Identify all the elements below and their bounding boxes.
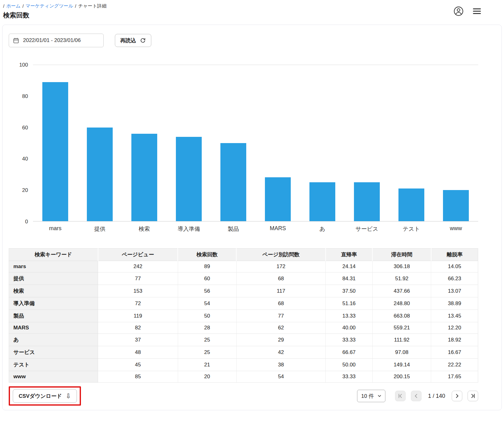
breadcrumb-item[interactable]: ホーム [6,3,21,9]
bar-slot [211,65,256,221]
column-header: 滞在時間 [372,249,431,261]
top-bar-left: /ホーム/マーケティングツール/チャート詳細 検索回数 [3,3,106,20]
value-cell: 40.00 [326,322,373,334]
value-cell: 13.33 [326,310,373,322]
table-row: 導入準備72546851.16248.8038.89 [9,297,478,310]
value-cell: 172 [236,261,325,272]
x-axis-label: mars [33,225,78,233]
value-cell: 60 [178,272,236,285]
value-cell: 437.66 [372,285,431,297]
x-axis-label: 提供 [78,225,122,233]
previous-page-button[interactable] [411,391,422,401]
bar-slot [33,65,78,221]
y-axis-tick-label: 0 [25,219,28,224]
x-axis-label: あ [300,225,345,233]
value-cell: 242 [98,261,178,272]
value-cell: 50 [178,310,236,322]
value-cell: 37 [98,334,178,346]
value-cell: 200.15 [372,371,431,383]
x-axis-label: MARS [256,225,300,233]
value-cell: 38 [236,359,325,371]
y-axis-tick-label: 60 [22,125,28,130]
value-cell: 16.67 [431,346,478,359]
value-cell: 68 [236,297,325,310]
bar-サービス[interactable] [354,182,380,221]
bar-slot [389,65,434,221]
chevron-right-icon [454,393,460,399]
page-title: 検索回数 [3,11,106,20]
reload-icon [140,37,146,44]
table-body: mars2428917224.14306.1814.05提供77606884.3… [9,261,478,383]
top-bar: /ホーム/マーケティングツール/チャート詳細 検索回数 [0,0,504,22]
value-cell: 559.21 [372,322,431,334]
value-cell: 12.20 [431,322,478,334]
csv-download-button[interactable]: CSVダウンロード ⇩ [13,389,77,403]
value-cell: 85 [98,371,178,383]
chart-y-axis: 020406080100 [9,65,33,221]
value-cell: 17.65 [431,371,478,383]
keyword-cell: 導入準備 [9,297,98,310]
bar-製品[interactable] [220,143,246,221]
chart-plot-area [33,65,478,221]
bar-slot [167,65,211,221]
value-cell: 54 [236,371,325,383]
bar-mars[interactable] [42,82,68,221]
value-cell: 48 [98,346,178,359]
annotation-highlight-box: CSVダウンロード ⇩ [9,386,81,406]
main-card: 2022/01/01 - 2023/01/06 再読込 020406080100… [2,25,502,410]
page-size-value: 10 件 [361,393,374,400]
value-cell: 117 [236,285,325,297]
first-page-button[interactable] [395,391,406,401]
x-axis-label: サービス [345,225,389,233]
date-range-picker[interactable]: 2022/01/01 - 2023/01/06 [9,34,104,47]
page-size-select[interactable]: 10 件 [357,390,385,402]
value-cell: 24.14 [326,261,373,272]
bar-導入準備[interactable] [176,137,202,221]
y-axis-tick-label: 40 [22,156,28,161]
keyword-cell: サービス [9,346,98,359]
calendar-icon [13,37,19,44]
value-cell: 66.23 [431,272,478,285]
value-cell: 21 [178,359,236,371]
table-header-row: 検索キーワードページビュー検索回数ページ別訪問数直帰率滞在時間離脱率 [9,249,478,261]
bar-MARS[interactable] [265,177,291,221]
bar-テスト[interactable] [398,188,424,221]
value-cell: 45 [98,359,178,371]
bar-検索[interactable] [131,134,157,221]
breadcrumb-item[interactable]: マーケティングツール [26,3,73,9]
hamburger-menu-icon[interactable] [472,7,482,16]
date-range-value: 2022/01/01 - 2023/01/06 [23,37,81,44]
user-account-icon[interactable] [454,6,464,16]
last-page-button[interactable] [468,391,478,401]
table-row: 提供77606884.3151.9266.23 [9,272,478,285]
x-axis-label: 導入準備 [167,225,211,233]
breadcrumb-item: チャート詳細 [78,3,106,9]
value-cell: 14.05 [431,261,478,272]
bar-www[interactable] [443,190,469,221]
pagination: 10 件 1 / 140 [357,390,478,402]
value-cell: 18.92 [431,334,478,346]
table-row: MARS82286240.00559.2112.20 [9,322,478,334]
keyword-cell: テスト [9,359,98,371]
keyword-table: 検索キーワードページビュー検索回数ページ別訪問数直帰率滞在時間離脱率 mars2… [9,248,478,383]
value-cell: 22.22 [431,359,478,371]
value-cell: 29 [236,334,325,346]
chart-plot-wrap: mars提供検索導入準備製品MARSあサービステストwww [33,65,478,233]
value-cell: 42 [236,346,325,359]
bar-あ[interactable] [309,182,335,221]
x-axis-label: 製品 [211,225,256,233]
column-header: ページビュー [98,249,178,261]
value-cell: 50.00 [326,359,373,371]
csv-download-label: CSVダウンロード [19,393,62,400]
bar-提供[interactable] [87,128,113,221]
value-cell: 111.92 [372,334,431,346]
value-cell: 248.80 [372,297,431,310]
value-cell: 28 [178,322,236,334]
next-page-button[interactable] [452,391,462,401]
bar-slot [345,65,389,221]
reload-button[interactable]: 再読込 [115,34,151,47]
chevron-left-icon [413,393,419,399]
keyword-cell: 提供 [9,272,98,285]
value-cell: 68 [236,272,325,285]
chevron-down-icon [377,393,382,398]
